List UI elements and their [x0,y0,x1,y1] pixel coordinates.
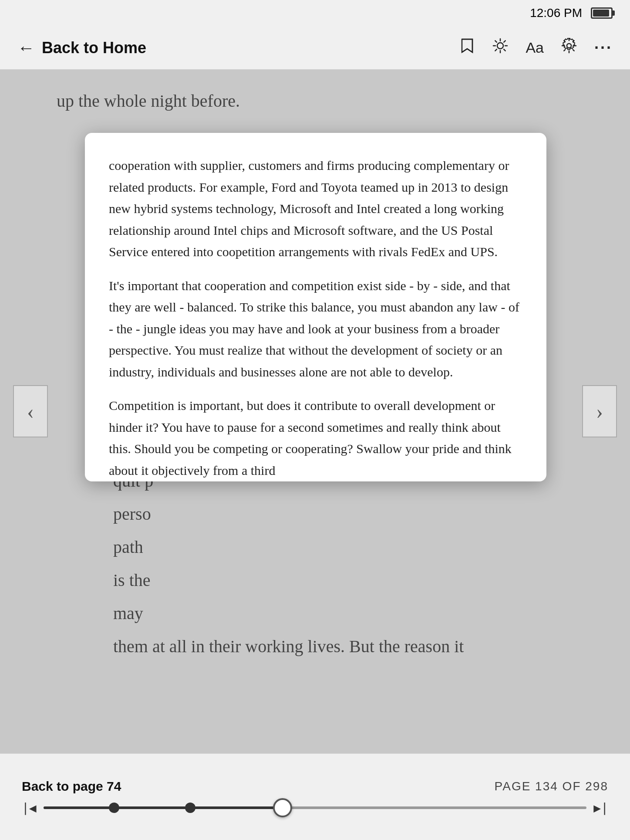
progress-thumb[interactable] [273,798,292,817]
back-to-home-button[interactable]: ← Back to Home [17,37,459,58]
nav-icons: Aa ··· [459,37,613,58]
settings-icon[interactable] [561,38,577,58]
svg-line-6 [504,49,506,51]
popup-paragraph-2: It's important that cooperation and comp… [109,275,522,383]
more-options-icon[interactable]: ··· [594,39,613,57]
bg-text-path: path [113,537,143,557]
page-indicator: PAGE 134 OF 298 [495,779,608,793]
bg-text-may: may [113,603,143,623]
font-size-icon[interactable]: Aa [526,39,544,56]
bottom-nav-row: Back to page 74 PAGE 134 OF 298 [22,779,608,794]
top-nav-bar: ← Back to Home Aa [0,26,630,70]
bottom-bar: Back to page 74 PAGE 134 OF 298 |◀ ▶| [0,753,630,840]
right-arrow-icon: › [596,400,603,423]
popup-paragraph-1: cooperation with supplier, customers and… [109,155,522,263]
popup-card: cooperation with supplier, customers and… [85,133,546,481]
bg-text-them-at-all: them at all in their working lives. But … [113,637,464,656]
svg-point-0 [497,43,503,49]
progress-marker-1 [109,803,119,813]
svg-line-7 [504,41,506,42]
back-label: Back to Home [42,39,146,57]
next-page-button[interactable]: › [582,385,617,437]
prev-page-button[interactable]: ‹ [13,385,48,437]
progress-row: |◀ ▶| [22,801,608,815]
back-arrow-icon: ← [17,37,35,58]
bg-text-isthe: is the [113,570,151,590]
popup-paragraph-3: Competition is important, but does it co… [109,395,522,481]
bookmark-icon[interactable] [459,37,475,58]
battery-icon [591,7,613,19]
svg-line-5 [495,41,497,42]
left-arrow-icon: ‹ [27,400,34,423]
progress-track[interactable] [44,806,587,809]
progress-end-icon[interactable]: ▶| [593,801,608,815]
svg-point-9 [567,44,571,48]
bg-text-perso: perso [113,504,151,524]
reading-area: up the whole night before. Whexxxxxxxxxx… [0,70,630,753]
back-to-page-button[interactable]: Back to page 74 [22,779,121,794]
progress-marker-2 [185,803,195,813]
status-time: 12:06 PM [530,6,582,20]
brightness-icon[interactable] [492,38,508,58]
progress-fill [44,806,283,809]
svg-line-8 [495,49,497,51]
progress-start-icon[interactable]: |◀ [22,801,37,815]
status-bar: 12:06 PM [0,0,630,26]
bg-text-line1: up the whole night before. [57,87,573,115]
